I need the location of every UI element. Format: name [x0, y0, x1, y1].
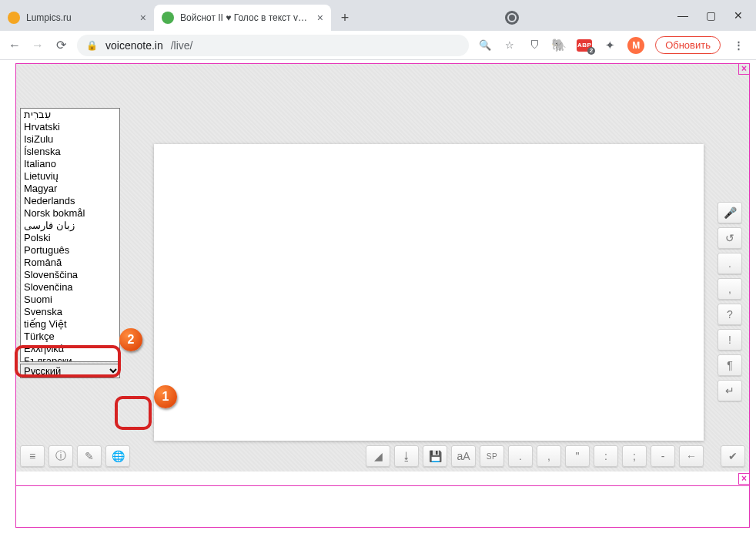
annotation-frame-bottom	[15, 485, 750, 528]
profile-avatar[interactable]: M	[627, 37, 644, 54]
update-button[interactable]: Обновить	[655, 36, 721, 54]
callout-box-language	[15, 345, 121, 378]
omnibox[interactable]: 🔒 voicenote.in/live/	[77, 35, 469, 56]
annotation-frame-main	[15, 63, 750, 527]
maximize-button[interactable]: ▢	[705, 9, 716, 22]
browser-tab-voicenote[interactable]: Войснот II ♥ Голос в текст v2.6.2 ×	[154, 5, 331, 31]
url-path: /live/	[171, 39, 193, 52]
evernote-icon[interactable]: 🐘	[552, 39, 566, 52]
window-controls: — ▢ ✕	[677, 0, 756, 31]
favicon-icon	[8, 12, 20, 24]
new-tab-button[interactable]: +	[334, 7, 356, 29]
callout-badge-2: 2	[119, 328, 142, 351]
abp-icon[interactable]: ABP	[577, 39, 592, 52]
callout-badge-1: 1	[154, 385, 177, 408]
pocket-icon[interactable]: ⛉	[527, 39, 541, 52]
callout-box-globe	[115, 396, 152, 430]
lock-icon: 🔒	[86, 40, 98, 51]
page-content: עִברִיתHrvatskiIsiZuluÍslenskaItalianoLi…	[0, 60, 756, 537]
annotation-close-bottom[interactable]: ×	[738, 473, 750, 485]
tab-title: Lumpics.ru	[26, 12, 134, 23]
close-icon[interactable]: ×	[317, 12, 323, 24]
browser-tab-strip: Lumpics.ru × Войснот II ♥ Голос в текст …	[0, 0, 756, 31]
star-icon[interactable]: ☆	[503, 39, 517, 52]
annotation-close-top[interactable]: ×	[738, 63, 750, 75]
menu-icon[interactable]: ⋮	[731, 39, 745, 52]
incognito-icon[interactable]	[505, 11, 519, 25]
reload-button[interactable]: ⟳	[54, 38, 68, 52]
browser-address-bar: ← → ⟳ 🔒 voicenote.in/live/ 🔍 ☆ ⛉ 🐘 ABP ✦…	[0, 31, 756, 60]
extensions-icon[interactable]: ✦	[603, 39, 617, 52]
zoom-icon[interactable]: 🔍	[478, 39, 492, 52]
back-button[interactable]: ←	[8, 39, 22, 52]
tab-title: Войснот II ♥ Голос в текст v2.6.2	[180, 12, 311, 23]
close-icon[interactable]: ×	[140, 12, 146, 24]
forward-button: →	[31, 39, 45, 52]
favicon-icon	[162, 12, 174, 24]
browser-tab-lumpics[interactable]: Lumpics.ru ×	[0, 5, 154, 31]
toolbar-icons: 🔍 ☆ ⛉ 🐘 ABP ✦ M Обновить ⋮	[478, 36, 748, 54]
minimize-button[interactable]: —	[677, 9, 688, 22]
url-host: voicenote.in	[105, 39, 163, 52]
close-window-button[interactable]: ✕	[733, 9, 744, 22]
